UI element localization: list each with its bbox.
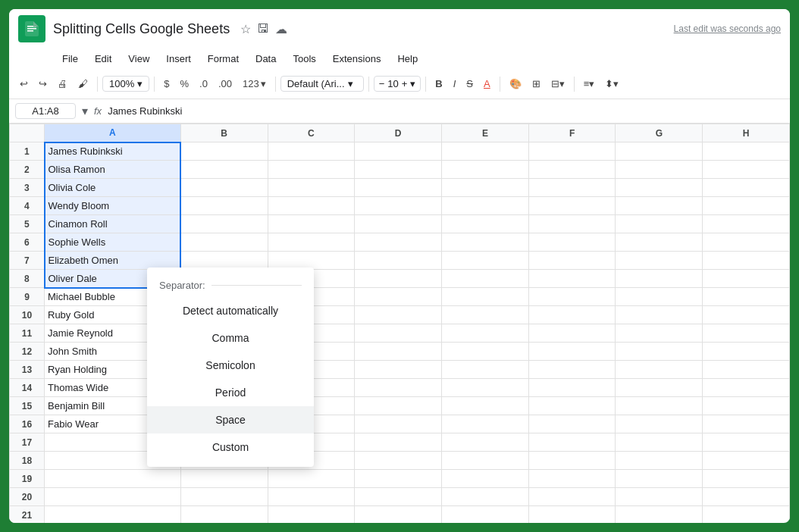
cell-e6[interactable] — [442, 233, 529, 252]
cell-h11[interactable] — [703, 324, 790, 343]
cell-e13[interactable] — [442, 361, 529, 379]
cell-d8[interactable] — [355, 270, 442, 288]
cell-h4[interactable] — [703, 197, 790, 215]
separator-detect[interactable]: Detect automatically — [147, 297, 314, 324]
fill-color-button[interactable]: 🎨 — [505, 75, 526, 92]
col-header-h[interactable]: H — [703, 124, 790, 142]
cell-e14[interactable] — [442, 379, 529, 397]
redo-button[interactable]: ↪ — [34, 75, 52, 92]
cell-e20[interactable] — [442, 488, 529, 506]
cell-g9[interactable] — [616, 288, 703, 306]
cell-g14[interactable] — [616, 379, 703, 397]
spreadsheet-container[interactable]: A B C D E F G H 1James Rubinkski2Olisa R… — [9, 124, 790, 523]
cell-g12[interactable] — [616, 343, 703, 361]
cell-d20[interactable] — [355, 488, 442, 506]
cell-g18[interactable] — [616, 452, 703, 470]
cell-d3[interactable] — [355, 179, 442, 197]
col-header-e[interactable]: E — [442, 124, 529, 142]
menu-tools[interactable]: Tools — [285, 50, 323, 67]
cell-d15[interactable] — [355, 397, 442, 415]
merge-cells-button[interactable]: ⊟▾ — [547, 75, 569, 92]
row-header-13[interactable]: 13 — [10, 361, 45, 379]
formula-value[interactable]: James Rubinkski — [108, 105, 784, 117]
cell-b5[interactable] — [180, 215, 268, 233]
cell-d13[interactable] — [355, 361, 442, 379]
cell-d17[interactable] — [355, 433, 442, 452]
cell-d16[interactable] — [355, 415, 442, 433]
cell-f3[interactable] — [528, 179, 616, 197]
menu-help[interactable]: Help — [390, 50, 425, 67]
cell-h13[interactable] — [703, 361, 790, 379]
separator-space[interactable]: Space — [147, 406, 314, 433]
row-header-17[interactable]: 17 — [10, 433, 45, 452]
cell-f10[interactable] — [528, 306, 616, 324]
cell-b6[interactable] — [180, 233, 268, 252]
row-header-1[interactable]: 1 — [10, 142, 45, 161]
row-header-2[interactable]: 2 — [10, 161, 45, 179]
cell-f11[interactable] — [528, 324, 616, 343]
cell-f20[interactable] — [528, 488, 616, 506]
font-size-selector[interactable]: − 10 + ▾ — [374, 76, 421, 92]
cell-h3[interactable] — [703, 179, 790, 197]
last-edit-label[interactable]: Last edit was seconds ago — [674, 23, 781, 34]
cell-f5[interactable] — [528, 215, 616, 233]
cell-e9[interactable] — [442, 288, 529, 306]
col-header-b[interactable]: B — [180, 124, 268, 142]
row-header-4[interactable]: 4 — [10, 197, 45, 215]
menu-edit[interactable]: Edit — [87, 50, 119, 67]
row-header-19[interactable]: 19 — [10, 470, 45, 488]
menu-extensions[interactable]: Extensions — [325, 50, 389, 67]
cell-g21[interactable] — [616, 506, 703, 524]
cell-c20[interactable] — [268, 488, 355, 506]
cell-d1[interactable] — [355, 142, 442, 161]
cell-b20[interactable] — [180, 488, 268, 506]
cell-e15[interactable] — [442, 397, 529, 415]
star-icon[interactable]: ☆ — [240, 22, 251, 36]
cell-a21[interactable] — [45, 506, 181, 524]
currency-button[interactable]: $ — [159, 75, 174, 92]
cell-f12[interactable] — [528, 343, 616, 361]
bold-button[interactable]: B — [431, 75, 446, 92]
cell-g6[interactable] — [616, 233, 703, 252]
row-header-20[interactable]: 20 — [10, 488, 45, 506]
cell-d12[interactable] — [355, 343, 442, 361]
cell-f17[interactable] — [528, 433, 616, 452]
cell-c1[interactable] — [268, 142, 355, 161]
menu-view[interactable]: View — [121, 50, 157, 67]
cell-e2[interactable] — [442, 161, 529, 179]
cell-h5[interactable] — [703, 215, 790, 233]
cell-h8[interactable] — [703, 270, 790, 288]
decimal-inc-button[interactable]: .00 — [214, 75, 237, 92]
separator-custom[interactable]: Custom — [147, 433, 314, 461]
menu-insert[interactable]: Insert — [158, 50, 199, 67]
cell-g11[interactable] — [616, 324, 703, 343]
cell-e17[interactable] — [442, 433, 529, 452]
cell-c5[interactable] — [268, 215, 355, 233]
row-header-3[interactable]: 3 — [10, 179, 45, 197]
cell-d4[interactable] — [355, 197, 442, 215]
cell-b19[interactable] — [180, 470, 268, 488]
row-header-21[interactable]: 21 — [10, 506, 45, 524]
col-header-c[interactable]: C — [268, 124, 355, 142]
cell-f9[interactable] — [528, 288, 616, 306]
cell-d10[interactable] — [355, 306, 442, 324]
row-header-14[interactable]: 14 — [10, 379, 45, 397]
cell-b21[interactable] — [180, 506, 268, 524]
cell-h9[interactable] — [703, 288, 790, 306]
cell-g7[interactable] — [616, 252, 703, 270]
cell-c19[interactable] — [268, 470, 355, 488]
cell-reference[interactable]: A1:A8 — [15, 103, 76, 119]
row-header-5[interactable]: 5 — [10, 215, 45, 233]
col-header-g[interactable]: G — [616, 124, 703, 142]
cell-h17[interactable] — [703, 433, 790, 452]
format-num-button[interactable]: 123 ▾ — [238, 75, 271, 92]
cell-f8[interactable] — [528, 270, 616, 288]
cell-b7[interactable] — [180, 252, 268, 270]
cell-d9[interactable] — [355, 288, 442, 306]
cell-f1[interactable] — [528, 142, 616, 161]
cell-e10[interactable] — [442, 306, 529, 324]
cell-g19[interactable] — [616, 470, 703, 488]
cell-b3[interactable] — [180, 179, 268, 197]
cell-h12[interactable] — [703, 343, 790, 361]
cell-a1[interactable]: James Rubinkski — [45, 142, 181, 161]
